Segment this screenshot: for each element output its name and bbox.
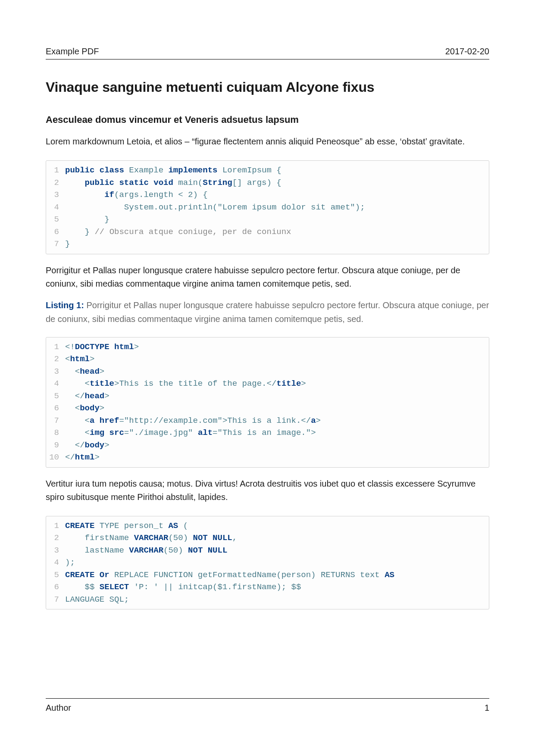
- line-number: 3: [46, 366, 65, 378]
- line-number: 4: [46, 201, 65, 214]
- code-content: <head>: [65, 366, 489, 378]
- code-content: firstName VARCHAR(50) NOT NULL,: [65, 532, 489, 544]
- code-content: <img src="./image.jpg" alt="This is an i…: [65, 427, 489, 439]
- code-content: if(args.length < 2) {: [65, 189, 489, 201]
- code-block-html: 1<!DOCTYPE html>2<html>3 <head>4 <title>…: [46, 337, 489, 468]
- line-number: 6: [46, 226, 65, 238]
- code-line: 6 <body>: [46, 402, 489, 415]
- code-content: CREATE Or REPLACE FUNCTION getFormattedN…: [65, 569, 489, 581]
- line-number: 2: [46, 177, 65, 189]
- code-content: }: [65, 238, 489, 250]
- code-line: 1CREATE TYPE person_t AS (: [46, 520, 489, 532]
- paragraph-1: Lorem markdownum Letoia, et alios – “fig…: [46, 135, 489, 148]
- code-line: 10</html>: [46, 451, 489, 464]
- line-number: 5: [46, 390, 65, 403]
- code-content: </html>: [65, 451, 489, 464]
- code-line: 2 public static void main(String[] args)…: [46, 177, 489, 189]
- line-number: 3: [46, 189, 65, 201]
- line-number: 1: [46, 341, 65, 353]
- line-number: 9: [46, 439, 65, 452]
- line-number: 1: [46, 520, 65, 532]
- code-line: 9 </body>: [46, 439, 489, 452]
- code-content: LANGUAGE SQL;: [65, 594, 489, 606]
- header-title: Example PDF: [46, 47, 99, 56]
- listing-caption: Listing 1: Porrigitur et Pallas nuper lo…: [46, 298, 489, 326]
- line-number: 7: [46, 594, 65, 606]
- listing-caption-text: Porrigitur et Pallas nuper longusque cra…: [46, 300, 489, 324]
- footer-author: Author: [46, 703, 71, 713]
- code-line: 4);: [46, 556, 489, 569]
- code-block-java: 1public class Example implements LoremIp…: [46, 160, 489, 254]
- code-content: <body>: [65, 402, 489, 415]
- line-number: 5: [46, 213, 65, 226]
- header-date: 2017-02-20: [445, 47, 489, 56]
- code-line: 7}: [46, 238, 489, 250]
- line-number: 2: [46, 532, 65, 544]
- line-number: 4: [46, 556, 65, 569]
- code-content: public class Example implements LoremIps…: [65, 164, 489, 177]
- line-number: 1: [46, 164, 65, 177]
- code-content: <a href="http://example.com">This is a l…: [65, 415, 489, 427]
- code-line: 7 <a href="http://example.com">This is a…: [46, 415, 489, 427]
- code-content: </head>: [65, 390, 489, 403]
- code-line: 3 if(args.length < 2) {: [46, 189, 489, 201]
- line-number: 2: [46, 353, 65, 366]
- footer-page-number: 1: [485, 703, 489, 713]
- line-number: 10: [46, 451, 65, 464]
- code-line: 4 System.out.println("Lorem ipsum dolor …: [46, 201, 489, 214]
- code-content: $$ SELECT 'P: ' || initcap($1.firstName)…: [65, 581, 489, 594]
- page-header: Example PDF 2017-02-20: [46, 47, 489, 59]
- code-line: 1<!DOCTYPE html>: [46, 341, 489, 353]
- code-line: 2 firstName VARCHAR(50) NOT NULL,: [46, 532, 489, 544]
- code-content: System.out.println("Lorem ipsum dolor si…: [65, 201, 489, 214]
- code-line: 8 <img src="./image.jpg" alt="This is an…: [46, 427, 489, 439]
- code-content: <!DOCTYPE html>: [65, 341, 489, 353]
- line-number: 4: [46, 378, 65, 390]
- code-block-sql: 1CREATE TYPE person_t AS (2 firstName VA…: [46, 516, 489, 610]
- code-content: </body>: [65, 439, 489, 452]
- code-content: lastName VARCHAR(50) NOT NULL: [65, 544, 489, 557]
- code-content: } // Obscura atque coniuge, per de coniu…: [65, 226, 489, 238]
- code-line: 7LANGUAGE SQL;: [46, 594, 489, 606]
- code-content: public static void main(String[] args) {: [65, 177, 489, 189]
- code-line: 5CREATE Or REPLACE FUNCTION getFormatted…: [46, 569, 489, 581]
- code-line: 1public class Example implements LoremIp…: [46, 164, 489, 177]
- code-content: }: [65, 213, 489, 226]
- code-content: );: [65, 556, 489, 569]
- code-line: 3 <head>: [46, 366, 489, 378]
- code-line: 2<html>: [46, 353, 489, 366]
- heading-2: Aesculeae domus vincemur et Veneris adsu…: [46, 114, 489, 125]
- code-line: 6 $$ SELECT 'P: ' || initcap($1.firstNam…: [46, 581, 489, 594]
- code-content: CREATE TYPE person_t AS (: [65, 520, 489, 532]
- paragraph-2: Porrigitur et Pallas nuper longusque cra…: [46, 264, 489, 291]
- line-number: 7: [46, 415, 65, 427]
- code-line: 5 </head>: [46, 390, 489, 403]
- code-line: 5 }: [46, 213, 489, 226]
- heading-1: Vinaque sanguine metuenti cuiquam Alcyon…: [46, 79, 489, 95]
- line-number: 6: [46, 402, 65, 415]
- code-content: <html>: [65, 353, 489, 366]
- line-number: 6: [46, 581, 65, 594]
- code-line: 6 } // Obscura atque coniuge, per de con…: [46, 226, 489, 238]
- line-number: 5: [46, 569, 65, 581]
- code-content: <title>This is the title of the page.</t…: [65, 378, 489, 390]
- page-footer: Author 1: [46, 698, 489, 713]
- line-number: 8: [46, 427, 65, 439]
- paragraph-3: Vertitur iura tum nepotis causa; motus. …: [46, 477, 489, 504]
- line-number: 3: [46, 544, 65, 557]
- line-number: 7: [46, 238, 65, 250]
- code-line: 3 lastName VARCHAR(50) NOT NULL: [46, 544, 489, 557]
- code-line: 4 <title>This is the title of the page.<…: [46, 378, 489, 390]
- listing-label: Listing 1:: [46, 300, 84, 310]
